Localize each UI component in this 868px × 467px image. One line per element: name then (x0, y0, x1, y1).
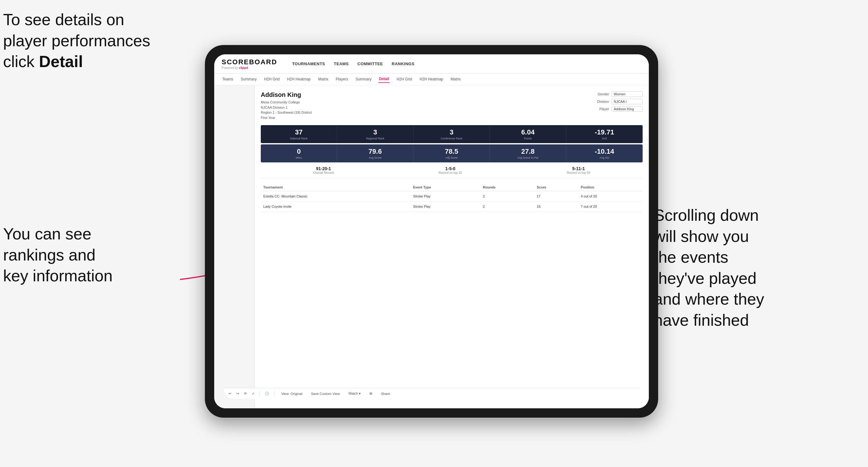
gender-label: Gender (594, 92, 609, 96)
top-navigation: SCOREBOARD Powered by clippd TOURNAMENTS… (214, 54, 649, 73)
th-tournament: Tournament (261, 184, 411, 191)
stat-avg-score-value: 79.6 (340, 148, 411, 156)
toolbar-screen-btn[interactable]: ⊞ (368, 391, 374, 396)
gender-select[interactable]: Women Men (612, 91, 643, 97)
event-type-2: Stroke Play (411, 201, 480, 212)
tournament-table: Tournament Event Type Rounds Score Posit… (261, 184, 643, 212)
subnav-players[interactable]: Players (335, 76, 349, 83)
subnav-h2h-heatmap2[interactable]: H2H Heatmap (419, 76, 444, 83)
player-year: First Year (261, 115, 312, 121)
player-division: NJCAA Division 1 (261, 105, 312, 110)
th-rounds: Rounds (480, 184, 534, 191)
subnav-h2h-grid[interactable]: H2H Grid (264, 76, 280, 83)
division-select[interactable]: NJCAA I NJCAA II (612, 99, 643, 104)
player-select[interactable]: Addison King (612, 106, 643, 112)
player-name: Addison King (261, 91, 312, 98)
nav-tournaments[interactable]: TOURNAMENTS (292, 60, 325, 67)
subnav-teams[interactable]: Teams (222, 76, 234, 83)
toolbar-share-btn[interactable]: Share (379, 391, 392, 396)
stat-regional-rank-value: 3 (340, 128, 411, 136)
sub-navigation: Teams Summary H2H Grid H2H Heatmap Matri… (214, 73, 649, 85)
stats-grid-dark: 37 National Rank 3 Regional Rank 3 Confe… (261, 125, 643, 143)
annotation-r-line5: and where they (654, 290, 764, 308)
score-1: 17 (534, 191, 578, 201)
rounds-1: 2 (480, 191, 534, 201)
table-row[interactable]: Estella CC- Mountain Classic Stroke Play… (261, 191, 643, 201)
event-type-1: Stroke Play (411, 191, 480, 201)
stat-points-label: Points (492, 137, 563, 140)
toolbar-undo-icon[interactable]: ↩ (228, 392, 231, 396)
stat-regional-rank-label: Regional Rank (340, 137, 411, 140)
annotation-r-line4: they've played (654, 269, 756, 287)
nav-committee[interactable]: COMMITTEE (357, 60, 383, 67)
rounds-2: 2 (480, 201, 534, 212)
stat-regional-rank: 3 Regional Rank (337, 125, 413, 143)
stat-conference-rank-value: 3 (416, 128, 487, 136)
toolbar-save-custom-view-btn[interactable]: Save Custom View (309, 391, 342, 396)
stat-avg-score-par: 27.8 Avg Score to Par (490, 145, 566, 162)
subnav-h2h-grid2[interactable]: H2H Grid (396, 76, 412, 83)
bottom-toolbar: ↩ ↪ ⟳ ⤢ 🕐 View: Original Save Custom Vie… (223, 388, 640, 399)
player-filter-row: Player Addison King (594, 106, 643, 112)
nav-items: TOURNAMENTS TEAMS COMMITTEE RANKINGS (292, 60, 414, 67)
logo-scoreboard: SCOREBOARD (222, 58, 277, 66)
toolbar-watch-btn[interactable]: Watch ▾ (346, 391, 363, 396)
nav-rankings[interactable]: RANKINGS (392, 60, 414, 67)
stat-national-rank-value: 37 (263, 128, 334, 136)
logo-area: SCOREBOARD Powered by clippd (222, 58, 277, 69)
stats-grid-medium: 0 Wins 79.6 Avg Score 78.5 Adj Score 27.… (261, 145, 643, 162)
annotation-line1: To see details on (3, 10, 124, 29)
nav-teams[interactable]: TEAMS (334, 60, 349, 67)
position-2: 7 out of 20 (578, 201, 643, 212)
toolbar-redo-icon[interactable]: ↪ (236, 392, 239, 396)
stat-avg-score: 79.6 Avg Score (337, 145, 413, 162)
stat-sos: -19.71 SoS (566, 125, 643, 143)
stat-adj-score-value: 78.5 (416, 148, 487, 156)
stat-sos-value: -19.71 (569, 128, 640, 136)
subnav-matrix2[interactable]: Matrix (450, 76, 462, 83)
subnav-summary[interactable]: Summary (240, 76, 257, 83)
th-score: Score (534, 184, 578, 191)
toolbar-expand-icon[interactable]: ⤢ (252, 392, 254, 396)
annotation-line2: player performances (3, 32, 150, 50)
stat-avg-score-par-label: Avg Score to Par (492, 156, 563, 159)
player-filters: Gender Women Men Division NJCAA I NJCAA … (594, 91, 643, 112)
subnav-detail[interactable]: Detail (378, 75, 390, 83)
toolbar-refresh-icon[interactable]: ⟳ (244, 392, 247, 396)
stat-points: 6.04 Points (490, 125, 566, 143)
annotation-bl-line3: key information (3, 267, 113, 285)
subnav-h2h-heatmap[interactable]: H2H Heatmap (286, 76, 311, 83)
toolbar-separator-1 (259, 391, 260, 396)
record-top25-label: Record vs top 25 (439, 171, 462, 175)
record-top50-label: Record vs top 50 (567, 171, 590, 175)
left-sidebar (214, 85, 254, 408)
annotation-top-left: To see details on player performances cl… (3, 9, 214, 72)
stat-national-rank: 37 National Rank (261, 125, 337, 143)
annotation-r-line3: the events (654, 248, 728, 266)
player-region: Region 1 - Southwest (18) District (261, 110, 312, 115)
stat-avg-score-par-value: 27.8 (492, 148, 563, 156)
stat-wins: 0 Wins (261, 145, 337, 162)
th-event-type: Event Type (411, 184, 480, 191)
annotation-bl-line1: You can see (3, 225, 91, 243)
table-row[interactable]: Lady Coyote Invite Stroke Play 2 16 7 ou… (261, 201, 643, 212)
record-overall-value: 91-20-1 (313, 166, 334, 171)
subnav-summary2[interactable]: Summary (355, 76, 372, 83)
tournament-name-2: Lady Coyote Invite (261, 201, 411, 212)
stat-adj-score: 78.5 Adj Score (413, 145, 490, 162)
toolbar-view-original-btn[interactable]: View: Original (279, 391, 304, 396)
subnav-matrix[interactable]: Matrix (318, 76, 329, 83)
stat-national-rank-label: National Rank (263, 137, 334, 140)
gender-filter-row: Gender Women Men (594, 91, 643, 97)
stat-avg-sg-label: Avg SG (569, 156, 640, 159)
player-label: Player (594, 107, 609, 111)
annotation-detail-bold: Detail (39, 53, 83, 70)
annotation-r-line6: have finished (654, 311, 749, 329)
stat-sos-label: SoS (569, 137, 640, 140)
records-row: 91-20-1 Overall Record 1-5-0 Record vs t… (261, 166, 643, 179)
annotation-bottom-left: You can see rankings and key information (3, 224, 189, 287)
score-2: 16 (534, 201, 578, 212)
player-school: Mesa Community College (261, 100, 312, 105)
toolbar-clock-icon[interactable]: 🕐 (265, 392, 269, 396)
stat-avg-sg-value: -10.14 (569, 148, 640, 156)
